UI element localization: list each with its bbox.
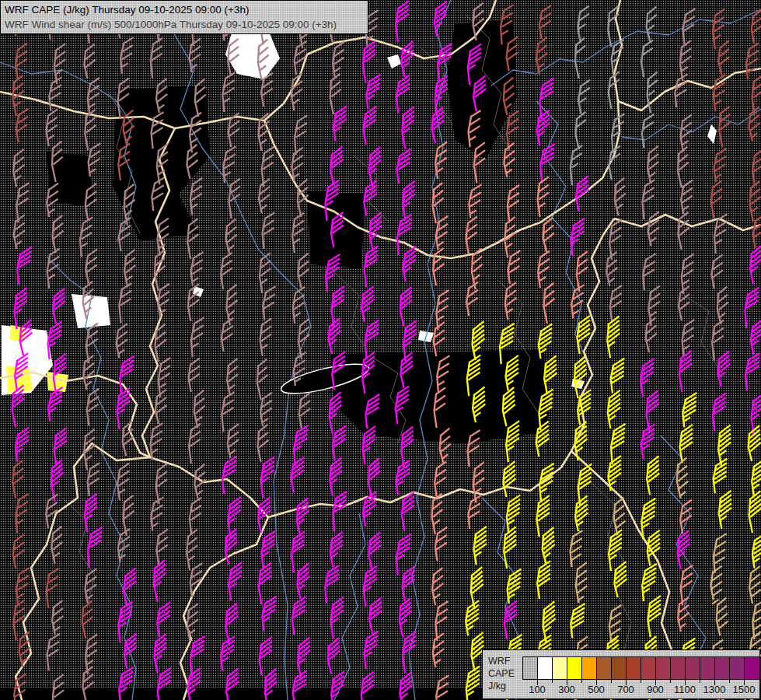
wind-barb [52, 675, 63, 700]
wind-barb [83, 45, 96, 79]
legend-cell [627, 657, 641, 679]
wind-barb [118, 283, 131, 323]
wind-barb [680, 500, 691, 533]
wind-barb [296, 180, 309, 216]
wind-barb [186, 530, 197, 569]
wind-barb [14, 600, 25, 639]
wind-barb [435, 675, 449, 700]
wind-barb [16, 568, 29, 604]
cape-colorbar [522, 656, 760, 680]
wind-barb [362, 41, 375, 82]
river-line [334, 513, 365, 700]
wind-barb [647, 147, 658, 183]
wind-barb [47, 387, 61, 421]
wind-barb [13, 215, 24, 248]
wind-barb [332, 492, 346, 532]
wind-barb [329, 458, 342, 495]
wind-barb [398, 599, 413, 636]
wind-barb [402, 181, 414, 219]
wind-barb [152, 561, 167, 601]
wind-barb [578, 317, 590, 353]
wind-barb [641, 425, 654, 459]
wind-barb [542, 218, 554, 251]
wind-barb [291, 532, 304, 572]
wind-barb [399, 673, 413, 700]
wind-barb [330, 532, 342, 566]
wind-barb [121, 422, 134, 455]
wind-barb [745, 352, 759, 390]
wind-barb [124, 634, 136, 668]
wind-barb [12, 461, 23, 497]
wind-barb [648, 212, 658, 245]
wind-barb [642, 254, 655, 290]
wind-barb [47, 249, 58, 288]
wind-barb [749, 567, 760, 603]
cape-100-patch [387, 54, 401, 68]
wind-barb [87, 527, 102, 567]
cape-legend: WRF CAPE J/kg 10030050070090011001300150… [482, 649, 760, 699]
wind-barb [188, 669, 201, 700]
wind-barb [83, 430, 95, 469]
wind-barb [190, 39, 201, 72]
wind-barb [116, 324, 127, 357]
wind-barb [752, 149, 761, 185]
wind-barb [641, 359, 653, 397]
wind-barb [473, 463, 483, 502]
legend-cell [671, 657, 686, 679]
wind-barb [432, 249, 444, 285]
wind-barb [118, 218, 130, 250]
wind-barb [292, 148, 303, 180]
wind-barb [433, 323, 444, 355]
wind-barb [751, 10, 761, 43]
wind-barb [361, 672, 373, 700]
wind-barb [229, 563, 241, 600]
wind-barb [225, 219, 237, 253]
wind-barb [536, 110, 549, 145]
wind-barb [610, 359, 624, 393]
wind-barb [403, 247, 416, 281]
legend-cell [700, 657, 715, 679]
legend-tick-label: 700 [617, 684, 634, 695]
wind-barb [543, 356, 557, 394]
legend-tick-label: 900 [647, 684, 664, 695]
wind-barb [260, 319, 271, 355]
legend-tick [581, 679, 582, 683]
wind-barb [578, 6, 589, 42]
wind-barb [79, 217, 93, 257]
wind-barb [717, 352, 731, 386]
legend-cell [656, 657, 671, 679]
wind-barb [331, 672, 344, 700]
wind-barb [18, 632, 30, 666]
wind-barb [435, 462, 445, 498]
wind-barb [12, 150, 24, 186]
wind-barb [750, 320, 761, 354]
wind-barb [157, 603, 169, 637]
wind-barb [574, 113, 587, 149]
wind-barb [400, 42, 414, 76]
wind-barb [327, 319, 341, 353]
cape-zero-patch [447, 19, 517, 159]
wind-barb [123, 569, 136, 606]
wind-barb [229, 179, 240, 218]
wind-barb [648, 597, 661, 636]
map-title: WRF CAPE (J/kg) Thursday 09-10-2025 09:0… [5, 2, 364, 17]
wind-barb [752, 215, 761, 247]
legend-cell [597, 657, 612, 679]
wind-barb [221, 253, 232, 289]
legend-cell [567, 657, 582, 679]
wind-barb [260, 393, 271, 425]
wind-barb [541, 528, 555, 562]
wind-barb [222, 456, 236, 493]
wind-barb [155, 464, 166, 503]
wind-barb [570, 145, 581, 184]
wind-barb [291, 74, 302, 110]
wind-barb [641, 180, 654, 219]
legend-tick [670, 679, 671, 683]
wind-barb [52, 289, 65, 323]
wind-barb [364, 632, 378, 669]
wind-barb [573, 357, 588, 397]
wind-barb [363, 566, 376, 607]
country-border-line [618, 68, 761, 110]
wind-barb [261, 596, 275, 630]
wind-barb [291, 597, 305, 635]
